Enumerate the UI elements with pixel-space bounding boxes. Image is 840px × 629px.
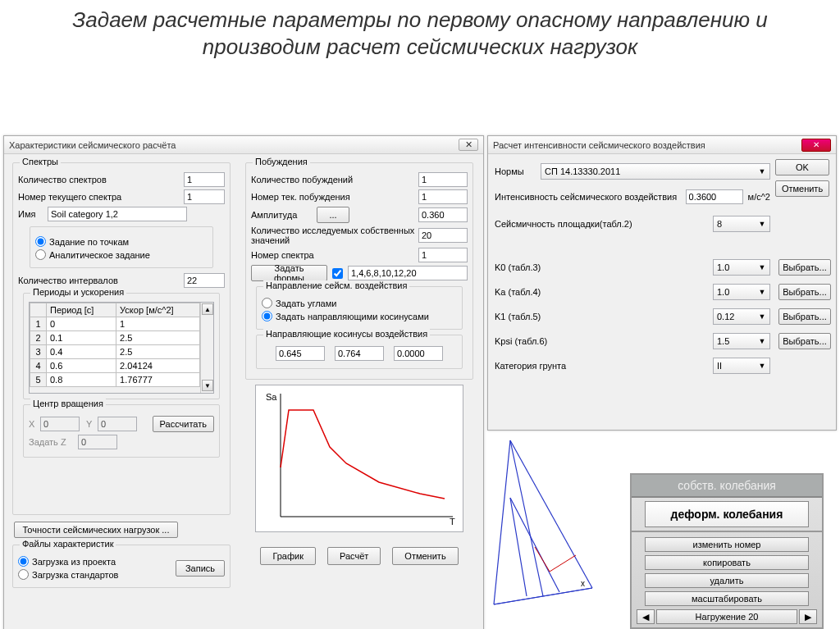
cell[interactable]: 1 [116,317,200,331]
cell[interactable]: 2.5 [116,331,200,345]
next-loadcase-icon[interactable]: ▶ [799,609,817,624]
input-exc-cur[interactable] [418,189,468,204]
lbl-intensity: Интенсивность сейсмического воздействия [495,192,686,202]
cell[interactable]: 2.04124 [116,359,200,373]
group-spectra: Спектры Количество спектров Номер текуще… [12,162,231,515]
dropdown-cat[interactable]: II▼ [713,358,770,374]
wireframe-icon: x [486,432,633,613]
ok-button[interactable]: OK [775,159,829,175]
calc-center-button[interactable]: Рассчитать [153,416,214,432]
lbl-k0: K0 (табл.3) [495,262,713,272]
group-spectra-title: Спектры [20,157,61,166]
radio-cosines[interactable] [262,311,272,321]
scroll-down-icon[interactable]: ▼ [202,380,213,391]
cancel-button-1[interactable]: Отменить [392,547,458,565]
lbl-norms: Нормы [495,166,541,176]
input-spec-current[interactable] [184,189,225,204]
lbl-eig: Количество исследуемых собственных значе… [251,226,418,245]
chevron-down-icon: ▼ [756,312,768,321]
loadcase-menu: собств. колебания деформ. колебания изме… [630,473,824,629]
lbl-analytic: Аналитическое задание [49,250,150,260]
chevron-down-icon: ▼ [756,288,768,296]
cell[interactable]: 0 [47,317,116,331]
menu-copy[interactable]: копировать [645,555,809,570]
input-spec-name[interactable] [48,207,187,221]
input-cos1[interactable] [276,346,325,361]
input-eig[interactable] [418,228,468,243]
dropdown-kpsi[interactable]: 1.5▼ [713,333,770,349]
chart-xlabel: T [450,517,455,526]
choose-kpsi-button[interactable]: Выбрать... [778,333,831,349]
save-button[interactable]: Запись [176,560,225,577]
dropdown-k1[interactable]: 0.12▼ [713,308,770,325]
menu-delete[interactable]: удалить [645,573,809,588]
dropdown-norms[interactable]: СП 14.13330.2011▼ [541,163,770,180]
dropdown-seism[interactable]: 8▼ [713,216,770,232]
forms-check[interactable] [332,268,343,279]
menu-change-number[interactable]: изменить номер [645,537,809,552]
lbl-cat: Категория грунта [495,361,713,371]
input-cos3[interactable] [394,346,443,361]
radio-by-points[interactable] [35,236,46,247]
forms-button[interactable]: Задать формы [251,265,327,281]
input-exc-count[interactable] [418,172,468,187]
radio-load-project[interactable] [18,556,29,567]
radio-analytic[interactable] [35,249,46,260]
scrollbar[interactable]: ▲ ▼ [200,303,213,393]
lbl-intervals: Количество интервалов [18,276,184,285]
input-amp[interactable] [418,207,468,222]
cell[interactable]: 1.76777 [116,373,200,387]
dropdown-ka[interactable]: 1.0▼ [713,284,770,300]
chart-sa-t: Sa T [255,385,463,532]
group-center-title: Центр вращения [30,399,106,408]
input-intensity[interactable] [686,189,743,204]
cell[interactable]: 0.1 [47,331,116,345]
lbl-unit: м/с^2 [748,192,770,202]
lbl-x: X [29,419,40,429]
radio-load-std[interactable] [18,569,29,580]
cell[interactable]: 2.5 [116,345,200,359]
prev-loadcase-icon[interactable]: ◀ [637,609,655,624]
menu-own-vibrations[interactable]: собств. колебания [678,479,776,492]
cell[interactable]: 0.8 [47,373,116,387]
choose-k0-button[interactable]: Выбрать... [778,259,831,276]
chart-ylabel: Sa [266,392,277,402]
cell[interactable]: 0.4 [47,345,116,359]
close-icon[interactable]: ✕ [801,139,831,152]
choose-ka-button[interactable]: Выбрать... [778,284,831,300]
menu-deform[interactable]: деформ. колебания [645,501,809,527]
input-cos2[interactable] [335,346,384,361]
graph-button[interactable]: График [260,547,316,565]
scroll-up-icon[interactable]: ▲ [202,303,213,315]
menu-scale[interactable]: масштабировать [645,591,809,606]
periods-table[interactable]: Период [с]Ускор [м/с^2] 101 20.12.5 30.4… [30,303,200,387]
group-excite-title: Побуждения [253,157,310,166]
radio-angles[interactable] [262,298,272,308]
choose-k1-button[interactable]: Выбрать... [778,308,831,325]
titlebar-2: Расчет интенсивности сейсмического возде… [488,136,836,154]
lbl-exc-spec: Номер спектра [251,250,418,260]
run-button[interactable]: Расчёт [327,547,381,565]
svg-line-10 [550,555,576,572]
group-files-title: Файлы характеристик [20,539,116,549]
input-forms[interactable] [348,266,468,280]
cancel-button-2[interactable]: Отменить [775,180,829,197]
lbl-amp: Амплитуда [251,210,317,220]
dd-norms-val: СП 14.13330.2011 [545,166,620,176]
menu-current-loadcase[interactable]: Нагружение 20 [656,609,797,624]
svg-line-3 [510,440,592,588]
group-dir-title: Направление сейсм. воздействия [263,280,409,290]
cell[interactable]: 0.6 [47,359,116,373]
input-spec-count[interactable] [184,172,225,187]
input-exc-spec[interactable] [418,248,468,262]
svg-line-2 [494,440,510,604]
lbl-y: Y [86,419,98,429]
window-intensity: Расчет интенсивности сейсмического возде… [487,135,837,431]
dropdown-k0[interactable]: 1.0▼ [713,259,770,276]
precision-button[interactable]: Точности сейсмических нагрузок ... [14,522,178,538]
amp-button[interactable]: ... [317,207,349,223]
input-intervals[interactable] [184,273,225,288]
chevron-down-icon: ▼ [756,167,768,175]
lbl-ka: Ka (табл.4) [495,287,713,297]
close-icon[interactable]: ✕ [459,139,478,151]
